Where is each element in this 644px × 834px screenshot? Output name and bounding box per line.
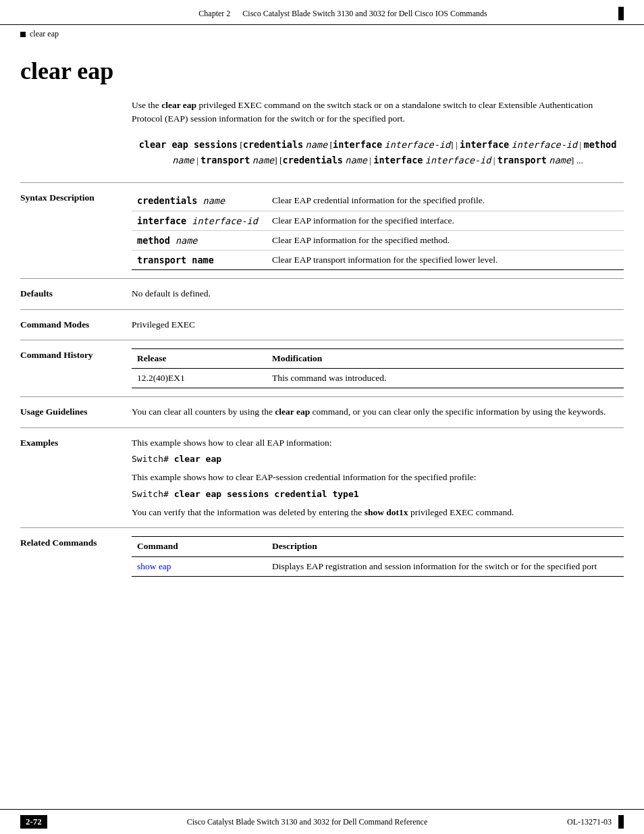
table-row: transport name Clear EAP transport infor… [132, 251, 624, 270]
footer-center-text: Cisco Catalyst Blade Switch 3130 and 303… [47, 817, 567, 827]
syntax-description-label: Syntax Description [20, 191, 132, 270]
usage-text-post: command, or you can clear only the speci… [310, 407, 606, 417]
table-row: credentials name Clear EAP credential in… [132, 191, 624, 211]
usage-text-pre: You can clear all counters by using the [132, 407, 275, 417]
table-row: 12.2(40)EX1 This command was introduced. [132, 369, 624, 388]
breadcrumb: clear eap [0, 25, 644, 43]
examples-para1: This example shows how to clear all EAP … [132, 436, 624, 450]
breadcrumb-text: clear eap [30, 29, 59, 39]
page-title: clear eap [20, 57, 624, 85]
syntax-description-content: credentials name Clear EAP credential in… [132, 191, 624, 270]
related-col-description: Description [267, 537, 624, 556]
defaults-section: Defaults No default is defined. [20, 278, 624, 309]
breadcrumb-bullet [20, 32, 26, 37]
examples-para3-bold: show dot1x [365, 507, 408, 517]
syntax-desc: Clear EAP credential information for the… [267, 191, 624, 211]
examples-section: Examples This example shows how to clear… [20, 427, 624, 528]
footer-right-text: OL-13271-03 [567, 817, 612, 827]
table-row: show eap Displays EAP registration and s… [132, 556, 624, 576]
related-table: Command Description show eap Displays EA… [132, 536, 624, 577]
syntax-table: credentials name Clear EAP credential in… [132, 191, 624, 270]
examples-content: This example shows how to clear all EAP … [132, 436, 624, 520]
header-right-accent [618, 7, 624, 20]
intro-bold: clear eap [161, 100, 196, 110]
command-history-section: Command History Release Modification 12.… [20, 340, 624, 397]
history-col-release: Release [132, 348, 267, 368]
related-description: Displays EAP registration and session in… [267, 556, 624, 576]
defaults-content: No default is defined. [132, 287, 624, 301]
syntax-desc: Clear EAP information for the specified … [267, 211, 624, 230]
usage-guidelines-content: You can clear all counters by using the … [132, 405, 624, 419]
show-eap-link[interactable]: show eap [137, 561, 171, 571]
syntax-term: interface interface-id [132, 211, 267, 230]
history-col-modification: Modification [267, 348, 624, 368]
history-table-header: Release Modification [132, 348, 624, 368]
examples-para3-post: privileged EXEC command. [408, 507, 514, 517]
syntax-description-section: Syntax Description credentials name Clea… [20, 182, 624, 278]
main-content: clear eap Use the clear eap privileged E… [0, 43, 644, 639]
related-table-header: Command Description [132, 537, 624, 556]
table-row: method name Clear EAP information for th… [132, 230, 624, 250]
examples-code2: Switch# clear eap sessions credential ty… [132, 488, 624, 501]
syntax-term: transport name [132, 251, 267, 270]
intro-text-pre: Use the [132, 100, 161, 110]
command-modes-content: Privileged EXEC [132, 318, 624, 332]
history-release: 12.2(40)EX1 [132, 369, 267, 388]
history-modification: This command was introduced. [267, 369, 624, 388]
footer-right-accent [618, 815, 624, 829]
command-modes-section: Command Modes Privileged EXEC [20, 309, 624, 340]
examples-para3: You can verify that the information was … [132, 506, 624, 519]
command-history-label: Command History [20, 348, 132, 389]
related-commands-label: Related Commands [20, 536, 132, 577]
usage-guidelines-section: Usage Guidelines You can clear all count… [20, 396, 624, 427]
syntax-desc: Clear EAP transport information for the … [267, 251, 624, 270]
usage-bold: clear eap [275, 407, 310, 417]
header-chapter-info: Chapter 2 Cisco Catalyst Blade Switch 31… [74, 9, 612, 19]
page-number: 2-72 [20, 815, 47, 829]
command-modes-label: Command Modes [20, 318, 132, 332]
related-commands-content: Command Description show eap Displays EA… [132, 536, 624, 577]
examples-code1: Switch# clear eap [132, 452, 624, 466]
syntax-desc: Clear EAP information for the specified … [267, 230, 624, 250]
related-col-command: Command [132, 537, 267, 556]
related-command: show eap [132, 556, 267, 576]
page-footer: 2-72 Cisco Catalyst Blade Switch 3130 an… [0, 809, 644, 834]
history-table: Release Modification 12.2(40)EX1 This co… [132, 348, 624, 389]
related-commands-section: Related Commands Command Description sho… [20, 527, 624, 585]
syntax-command-block: clear eap sessions [credentials name [in… [132, 137, 624, 170]
header-title: Cisco Catalyst Blade Switch 3130 and 303… [242, 9, 487, 18]
table-row: interface interface-id Clear EAP informa… [132, 211, 624, 230]
command-history-content: Release Modification 12.2(40)EX1 This co… [132, 348, 624, 389]
examples-para2: This example shows how to clear EAP-sess… [132, 471, 624, 484]
intro-text-post: privileged EXEC command on the switch st… [132, 100, 593, 124]
syntax-term: method name [132, 230, 267, 250]
examples-para3-pre: You can verify that the information was … [132, 507, 365, 517]
examples-label: Examples [20, 436, 132, 520]
syntax-term: credentials name [132, 191, 267, 211]
page-header: Chapter 2 Cisco Catalyst Blade Switch 31… [0, 0, 644, 25]
intro-paragraph: Use the clear eap privileged EXEC comman… [132, 99, 624, 126]
usage-guidelines-label: Usage Guidelines [20, 405, 132, 419]
header-chapter: Chapter 2 [198, 9, 230, 18]
defaults-label: Defaults [20, 287, 132, 301]
